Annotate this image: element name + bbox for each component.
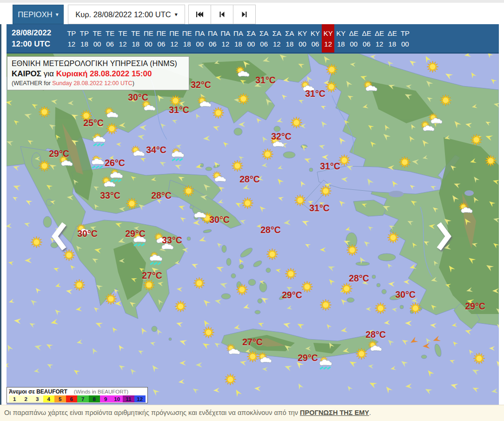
timeline-step[interactable]: ΠΕ18 <box>180 24 193 53</box>
weather-map[interactable]: 32°C31°C30°C31°C31°C25°C32°C34°C29°C26°C… <box>7 53 499 405</box>
temperature-label: 25°C <box>83 118 104 128</box>
timeline-step[interactable]: ΔΕ18 <box>386 24 399 53</box>
timeline-current-date: 28/08/2022 <box>12 27 51 39</box>
timeline-step[interactable]: ΚΥ18 <box>334 24 347 53</box>
map-next-arrow[interactable] <box>435 221 453 254</box>
temperature-label: 31°C <box>305 88 325 99</box>
beaufort-cell: 10 <box>112 395 123 402</box>
beaufort-legend: Άνεμοι σε BEAUFORT (Winds in BEAUFORT) 1… <box>7 387 148 403</box>
beaufort-cell: 12 <box>134 395 146 402</box>
temperature-label: 30°C <box>77 228 98 239</box>
timeline-step[interactable]: ΣΑ18 <box>283 24 296 53</box>
temperature-label: 31°C <box>255 75 276 86</box>
timeline-step[interactable]: ΠΕ12 <box>168 24 181 53</box>
skip-to-first-icon <box>196 11 204 18</box>
temperature-label: 26°C <box>105 158 125 168</box>
timeline-bar: 28/08/2022 12:00 UTC ΤΡ12ΤΡ18ΤΕ00ΤΕ06ΤΕ1… <box>7 24 499 53</box>
timeline-step[interactable]: ΠΑ00 <box>193 24 206 53</box>
timeline-current-datetime: 28/08/2022 12:00 UTC <box>12 27 51 50</box>
beaufort-cell: 4 <box>43 395 55 402</box>
temperature-label: 28°C <box>365 329 386 340</box>
beaufort-cell: 7 <box>77 395 89 402</box>
beaufort-cell: 5 <box>54 395 66 402</box>
temperature-labels-layer: 32°C31°C30°C31°C31°C25°C32°C34°C29°C26°C… <box>7 53 499 405</box>
timeline-step[interactable]: ΠΕ06 <box>155 24 168 53</box>
temperature-label: 28°C <box>151 190 172 201</box>
beaufort-cell: 6 <box>66 395 78 402</box>
temperature-label: 29°C <box>465 301 485 312</box>
timeline-step[interactable]: ΚΥ06 <box>309 24 322 53</box>
region-dropdown-button[interactable]: ΠΕΡΙΟΧΗ ▾ <box>13 5 64 24</box>
temperature-label: 29°C <box>298 353 318 363</box>
emy-forecast-link[interactable]: ΠΡΟΓΝΩΣΗ ΤΗΣ ΕΜΥ <box>300 409 369 416</box>
info-box-forecast-datetime: Κυριακή 28.08.2022 15:00 <box>56 69 152 78</box>
temperature-label: 30°C <box>395 289 416 300</box>
chevron-right-icon <box>435 221 453 252</box>
timeline-step[interactable]: ΣΑ00 <box>245 24 258 53</box>
beaufort-legend-subtitle: (Winds in BEAUFORT) <box>74 389 128 394</box>
timeline-step[interactable]: ΚΥ12 <box>322 24 335 53</box>
timeline-step[interactable]: ΠΑ12 <box>219 24 232 53</box>
timeline-steps: ΤΡ12ΤΡ18ΤΕ00ΤΕ06ΤΕ12ΤΕ18ΠΕ00ΠΕ06ΠΕ12ΠΕ18… <box>65 24 411 53</box>
timeline-step[interactable]: ΠΑ18 <box>232 24 245 53</box>
step-back-icon <box>219 11 225 18</box>
beaufort-legend-title: Άνεμοι σε BEAUFORT <box>9 388 67 395</box>
datetime-dropdown-button[interactable]: Κυρ. 28/08/2022 12:00 UTC ▾ <box>68 5 185 24</box>
temperature-label: 32°C <box>271 131 292 142</box>
map-info-box: ΕΘΝΙΚΗ ΜΕΤΕΩΡΟΛΟΓΙΚΗ ΥΠΗΡΕΣΙΑ (HNMS) ΚΑΙ… <box>7 56 189 90</box>
timeline-step[interactable]: ΚΥ00 <box>296 24 309 53</box>
beaufort-cell: 3 <box>32 395 43 402</box>
weather-map-app: ΠΕΡΙΟΧΗ ▾ Κυρ. 28/08/2022 12:00 UTC ▾ <box>0 0 504 421</box>
left-edge-strip <box>0 24 1 405</box>
temperature-label: 29°C <box>125 228 146 239</box>
temperature-label: 31°C <box>309 203 330 214</box>
timeline-step[interactable]: ΤΡ18 <box>78 24 91 53</box>
timeline-step[interactable]: ΠΑ06 <box>206 24 219 53</box>
beaufort-scale: 123456789101112 <box>9 395 146 402</box>
timeline-step[interactable]: ΤΕ12 <box>116 24 129 53</box>
step-forward-button[interactable] <box>233 5 256 24</box>
timeline-step[interactable]: ΤΡ12 <box>65 24 78 53</box>
beaufort-cell: 2 <box>20 395 32 402</box>
disclaimer-text: Οι παραπάνω χάρτες είναι προϊόντα αριθμη… <box>4 409 298 416</box>
beaufort-cell: 11 <box>123 395 134 402</box>
beaufort-cell: 9 <box>100 395 112 402</box>
timeline-step[interactable]: ΔΕ00 <box>347 24 360 53</box>
timeline-step[interactable]: ΤΕ06 <box>104 24 117 53</box>
timeline-step[interactable]: ΔΕ06 <box>360 24 373 53</box>
timeline-step[interactable]: ΤΕ00 <box>91 24 104 53</box>
info-box-paren: ) <box>133 80 134 87</box>
disclaimer-period: . <box>369 409 371 416</box>
temperature-label: 27°C <box>142 270 162 281</box>
skip-to-first-button[interactable] <box>188 5 211 24</box>
info-box-weather-label-en: (WEATHER for <box>12 80 52 87</box>
timeline-step[interactable]: ΣΑ06 <box>258 24 271 53</box>
top-edge-strip <box>0 0 504 3</box>
temperature-label: 33°C <box>100 190 120 201</box>
temperature-label: 31°C <box>169 105 189 115</box>
chevron-down-icon: ▾ <box>56 12 59 17</box>
beaufort-cell: 8 <box>89 395 100 402</box>
temperature-label: 28°C <box>239 174 260 185</box>
timeline-step[interactable]: ΣΑ12 <box>271 24 284 53</box>
beaufort-legend-titles: Άνεμοι σε BEAUFORT (Winds in BEAUFORT) <box>9 388 146 395</box>
timeline-current-time: 12:00 UTC <box>12 39 51 50</box>
datetime-dropdown-label: Κυρ. 28/08/2022 12:00 UTC <box>75 10 171 19</box>
info-box-forecast-datetime-en: Sunday 28.08.2022 12:00 UTC <box>52 80 132 87</box>
timeline-step[interactable]: ΤΕ18 <box>129 24 142 53</box>
timestep-nav-group <box>189 5 256 24</box>
temperature-label: 32°C <box>191 80 211 90</box>
temperature-label: 30°C <box>209 214 230 225</box>
chevron-left-icon <box>50 221 68 252</box>
info-box-for-label: για <box>44 69 54 78</box>
temperature-label: 29°C <box>282 290 302 301</box>
chevron-down-icon: ▾ <box>175 12 178 17</box>
info-box-forecast-line-en: (WEATHER for Sunday 28.08.2022 12:00 UTC… <box>12 80 185 87</box>
timeline-step[interactable]: ΤΡ00 <box>398 24 411 53</box>
timeline-step[interactable]: ΔΕ12 <box>373 24 386 53</box>
region-dropdown-label: ΠΕΡΙΟΧΗ <box>18 10 52 19</box>
map-prev-arrow[interactable] <box>50 221 68 254</box>
step-back-button[interactable] <box>211 5 233 24</box>
timeline-step[interactable]: ΠΕ00 <box>142 24 155 53</box>
temperature-label: 33°C <box>162 235 182 246</box>
